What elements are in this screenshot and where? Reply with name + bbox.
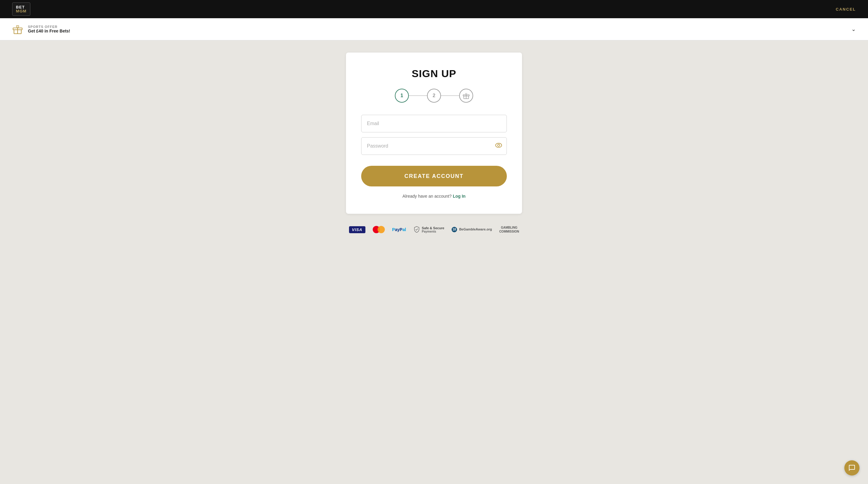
mastercard-badge [373,225,385,234]
step-line-2 [441,95,459,96]
safe-secure-badge: Safe & Secure Payments [413,226,444,233]
main-content: SIGN UP 1 2 [0,40,868,253]
gambling-commission-text: GAMBLING COMMISSION [499,225,519,234]
already-have-account: Already have an account? Log In [361,194,507,199]
shield-icon [413,226,420,233]
password-wrapper [361,137,507,155]
logo-mgm-text: MGM [16,9,27,13]
password-input[interactable] [361,137,507,155]
offer-text-area: SPORTS OFFER Get £40 in Free Bets! [28,25,70,33]
password-form-group [361,137,507,155]
svg-point-7 [498,144,500,146]
visa-logo: VISA [349,226,365,233]
logo-area: BET MGM [12,2,30,16]
email-input[interactable] [361,115,507,132]
begambleaware-badge: 18 BeGambleAware.org [452,225,492,234]
paypal-badge: PayPal [392,225,406,234]
signup-card: SIGN UP 1 2 [346,53,522,214]
offer-banner: SPORTS OFFER Get £40 in Free Bets! ⌄ [0,18,868,40]
step-gift-icon [459,89,473,102]
offer-label: SPORTS OFFER [28,25,70,29]
logo-box: BET MGM [12,2,30,16]
svg-point-6 [496,143,502,148]
email-form-group [361,115,507,132]
gambling-commission-badge: GAMBLING COMMISSION [499,225,519,234]
gambleware-label: BeGambleAware.org [459,228,492,231]
login-link[interactable]: Log In [453,194,466,199]
steps-progress: 1 2 [361,89,507,102]
footer-payment-icons: VISA PayPal Safe & Secure Payments [349,225,519,234]
paypal-logo: PayPal [392,227,406,232]
cancel-button[interactable]: CANCEL [836,7,856,11]
offer-description: Get £40 in Free Bets! [28,29,70,33]
show-password-icon[interactable] [495,143,502,149]
gift-icon [12,24,23,35]
step-line-1 [409,95,427,96]
signup-title: SIGN UP [361,68,507,80]
header: BET MGM CANCEL [0,0,868,18]
step-2-circle: 2 [427,89,441,102]
step-1-circle: 1 [395,89,409,102]
offer-chevron-icon[interactable]: ⌄ [851,26,856,32]
visa-badge: VISA [349,225,365,234]
offer-left: SPORTS OFFER Get £40 in Free Bets! [12,24,70,35]
mastercard-orange-circle [377,226,385,233]
chat-bubble-button[interactable] [844,460,860,476]
create-account-button[interactable]: CREATE ACCOUNT [361,166,507,186]
safe-secure-text: Safe & Secure Payments [422,226,444,233]
logo-text: BET MGM [16,5,27,13]
